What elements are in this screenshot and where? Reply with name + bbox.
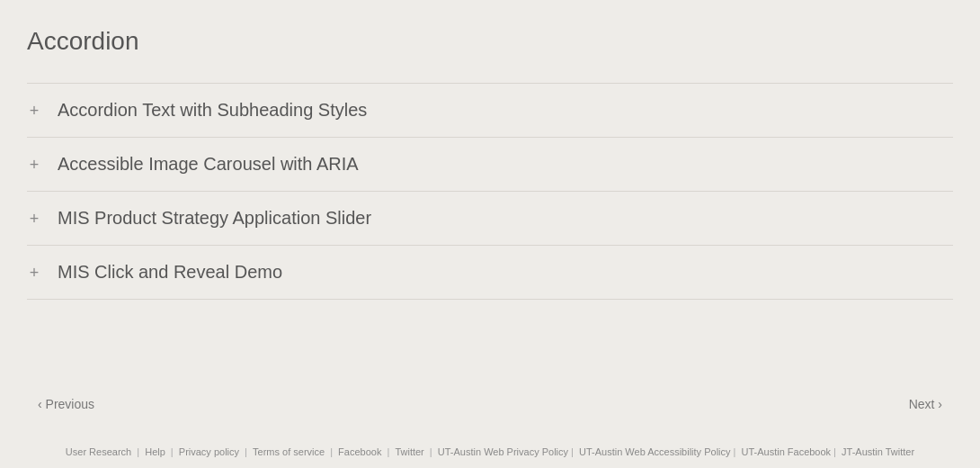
accordion-plus-icon-3: + <box>27 211 41 227</box>
footer-link-facebook[interactable]: Facebook <box>338 446 381 457</box>
accordion-plus-icon-4: + <box>27 265 41 281</box>
pagination: ‹ Previous Next › <box>0 390 980 418</box>
previous-button[interactable]: ‹ Previous <box>27 390 105 418</box>
accordion-label-4: MIS Click and Reveal Demo <box>58 262 282 283</box>
footer-link-terms[interactable]: Terms of service <box>253 446 325 457</box>
accordion-item-3[interactable]: + MIS Product Strategy Application Slide… <box>27 192 953 246</box>
footer-link-jt-twitter[interactable]: JT-Austin Twitter <box>842 446 914 457</box>
footer-link-user-research[interactable]: User Research <box>66 446 131 457</box>
footer-link-twitter[interactable]: Twitter <box>395 446 423 457</box>
footer: User Research | Help | Privacy policy | … <box>0 436 980 468</box>
page-title: Accordion <box>27 27 953 56</box>
footer-link-ut-accessibility[interactable]: UT-Austin Web Accessibility Policy <box>579 446 731 457</box>
next-button[interactable]: Next › <box>898 390 953 418</box>
main-content: Accordion + Accordion Text with Subheadi… <box>0 0 980 372</box>
footer-link-ut-facebook[interactable]: UT-Austin Facebook <box>741 446 831 457</box>
accordion-item-4[interactable]: + MIS Click and Reveal Demo <box>27 246 953 300</box>
footer-link-ut-web-privacy[interactable]: UT-Austin Web Privacy Policy <box>438 446 568 457</box>
accordion-label-1: Accordion Text with Subheading Styles <box>58 100 367 121</box>
accordion-plus-icon-1: + <box>27 103 41 119</box>
accordion-label-3: MIS Product Strategy Application Slider <box>58 208 371 229</box>
accordion-item-1[interactable]: + Accordion Text with Subheading Styles <box>27 83 953 138</box>
footer-link-privacy-policy[interactable]: Privacy policy <box>179 446 239 457</box>
accordion-plus-icon-2: + <box>27 157 41 173</box>
accordion-item-2[interactable]: + Accessible Image Carousel with ARIA <box>27 138 953 192</box>
footer-link-help[interactable]: Help <box>145 446 165 457</box>
accordion-label-2: Accessible Image Carousel with ARIA <box>58 154 359 175</box>
accordion-list: + Accordion Text with Subheading Styles … <box>27 83 953 300</box>
